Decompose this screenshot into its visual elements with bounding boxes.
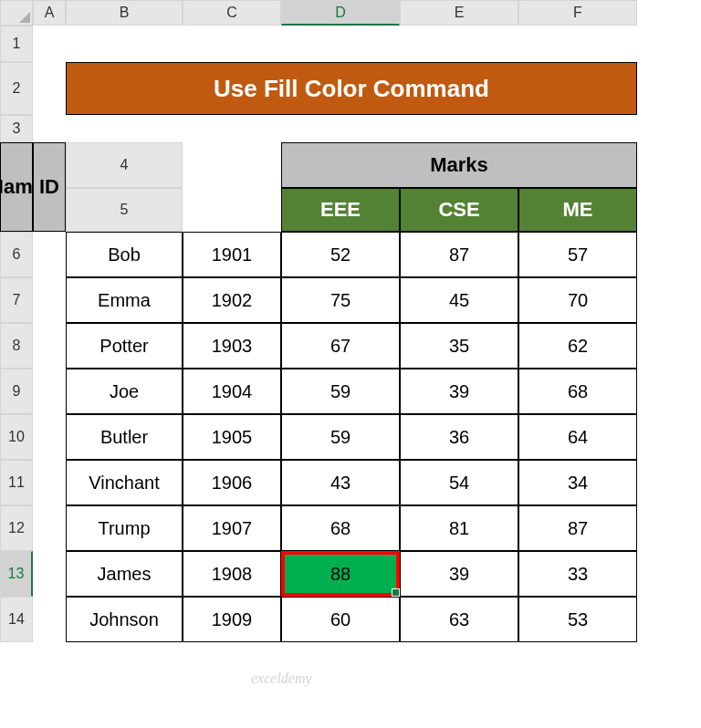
cell-D3[interactable] xyxy=(281,115,400,142)
watermark-text: exceldemy xyxy=(251,671,312,687)
col-header-E[interactable]: E xyxy=(400,0,518,26)
row-header-9[interactable]: 9 xyxy=(0,369,33,414)
cell-A12[interactable] xyxy=(33,505,66,551)
row-header-7[interactable]: 7 xyxy=(0,277,33,323)
cell-A3[interactable] xyxy=(33,115,66,142)
table-cell[interactable]: 64 xyxy=(518,414,637,460)
col-header-B[interactable]: B xyxy=(66,0,183,26)
table-cell[interactable]: 87 xyxy=(518,505,637,551)
table-cell[interactable]: 70 xyxy=(518,277,637,323)
table-cell[interactable]: 59 xyxy=(281,414,400,460)
cell-A5[interactable] xyxy=(183,188,281,232)
table-cell[interactable]: 1905 xyxy=(183,414,281,460)
table-cell[interactable]: 1903 xyxy=(183,323,281,369)
subheader-me[interactable]: ME xyxy=(518,188,637,232)
table-cell[interactable]: 60 xyxy=(281,597,400,642)
table-cell[interactable]: 1908 xyxy=(183,551,281,597)
cell-A2[interactable] xyxy=(33,62,66,115)
row-header-2[interactable]: 2 xyxy=(0,62,33,115)
cell-F1[interactable] xyxy=(518,26,637,62)
row-header-11[interactable]: 11 xyxy=(0,460,33,505)
table-cell[interactable]: Trump xyxy=(66,505,183,551)
table-cell[interactable]: 63 xyxy=(400,597,518,642)
table-cell[interactable]: 57 xyxy=(518,232,637,277)
table-cell[interactable]: 54 xyxy=(400,460,518,505)
table-cell[interactable]: 1909 xyxy=(183,597,281,642)
table-cell[interactable]: 39 xyxy=(400,551,518,597)
row-header-1[interactable]: 1 xyxy=(0,26,33,62)
table-cell[interactable]: 35 xyxy=(400,323,518,369)
cell-A10[interactable] xyxy=(33,414,66,460)
table-cell[interactable]: 53 xyxy=(518,597,637,642)
table-cell[interactable]: 1906 xyxy=(183,460,281,505)
row-header-5[interactable]: 5 xyxy=(66,188,183,232)
table-cell[interactable]: 68 xyxy=(518,369,637,414)
cell-C3[interactable] xyxy=(183,115,281,142)
table-cell[interactable]: 52 xyxy=(281,232,400,277)
cell-B3[interactable] xyxy=(66,115,183,142)
table-cell[interactable]: 59 xyxy=(281,369,400,414)
subheader-cse[interactable]: CSE xyxy=(400,188,518,232)
table-cell[interactable]: 81 xyxy=(400,505,518,551)
header-marks[interactable]: Marks xyxy=(281,142,637,188)
table-cell[interactable]: 87 xyxy=(400,232,518,277)
header-name[interactable]: Name xyxy=(0,142,33,232)
row-header-6[interactable]: 6 xyxy=(0,232,33,277)
table-cell[interactable]: Potter xyxy=(66,323,183,369)
cell-E1[interactable] xyxy=(400,26,518,62)
table-cell[interactable]: 1904 xyxy=(183,369,281,414)
cell-A9[interactable] xyxy=(33,369,66,414)
row-header-12[interactable]: 12 xyxy=(0,505,33,551)
cell-A14[interactable] xyxy=(33,597,66,642)
row-header-8[interactable]: 8 xyxy=(0,323,33,369)
cell-A6[interactable] xyxy=(33,232,66,277)
cell-A13[interactable] xyxy=(33,551,66,597)
table-cell[interactable]: James xyxy=(66,551,183,597)
table-cell[interactable]: 1907 xyxy=(183,505,281,551)
table-cell[interactable]: 67 xyxy=(281,323,400,369)
cell-D1[interactable] xyxy=(281,26,400,62)
table-cell[interactable]: 33 xyxy=(518,551,637,597)
cell-A1[interactable] xyxy=(33,26,66,62)
row-header-10[interactable]: 10 xyxy=(0,414,33,460)
table-cell[interactable]: Joe xyxy=(66,369,183,414)
table-cell[interactable]: 1902 xyxy=(183,277,281,323)
table-cell[interactable]: Butler xyxy=(66,414,183,460)
table-cell[interactable]: Bob xyxy=(66,232,183,277)
table-cell[interactable]: 34 xyxy=(518,460,637,505)
cell-A8[interactable] xyxy=(33,323,66,369)
cell-E3[interactable] xyxy=(400,115,518,142)
table-cell[interactable]: 62 xyxy=(518,323,637,369)
subheader-eee[interactable]: EEE xyxy=(281,188,400,232)
row-header-14[interactable]: 14 xyxy=(0,597,33,642)
col-header-F[interactable]: F xyxy=(518,0,637,26)
table-cell[interactable]: 75 xyxy=(281,277,400,323)
table-cell[interactable]: 68 xyxy=(281,505,400,551)
table-cell[interactable]: 45 xyxy=(400,277,518,323)
table-cell[interactable]: 39 xyxy=(400,369,518,414)
cell-F3[interactable] xyxy=(518,115,637,142)
selected-cell-D13[interactable]: 88 xyxy=(281,551,400,597)
table-cell[interactable]: 1901 xyxy=(183,232,281,277)
select-all-corner[interactable] xyxy=(0,0,33,26)
title-banner[interactable]: Use Fill Color Command xyxy=(66,62,637,115)
cell-A7[interactable] xyxy=(33,277,66,323)
cell-B1[interactable] xyxy=(66,26,183,62)
row-header-4[interactable]: 4 xyxy=(66,142,183,188)
col-header-A[interactable]: A xyxy=(33,0,66,26)
table-cell[interactable]: Vinchant xyxy=(66,460,183,505)
table-cell[interactable]: Johnson xyxy=(66,597,183,642)
row-header-13[interactable]: 13 xyxy=(0,551,33,597)
table-cell[interactable]: Emma xyxy=(66,277,183,323)
cell-C1[interactable] xyxy=(183,26,281,62)
table-cell[interactable]: 43 xyxy=(281,460,400,505)
header-id[interactable]: ID xyxy=(33,142,66,232)
spreadsheet-grid[interactable]: A B C D E F 1 2 Use Fill Color Command 3… xyxy=(0,0,701,642)
col-header-D[interactable]: D xyxy=(281,0,400,26)
col-header-C[interactable]: C xyxy=(183,0,281,26)
cell-A4[interactable] xyxy=(183,142,281,188)
table-cell[interactable]: 36 xyxy=(400,414,518,460)
row-header-3[interactable]: 3 xyxy=(0,115,33,142)
cell-A11[interactable] xyxy=(33,460,66,505)
